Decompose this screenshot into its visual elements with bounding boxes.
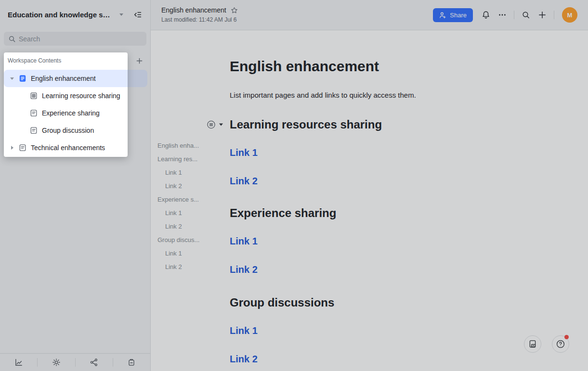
workspace-contents-label: Workspace Contents [8,57,61,64]
workspace-title[interactable]: Education and knowledge sh... [8,11,113,19]
sidebar-item-technical-enhancements[interactable]: Technical enhancements [4,139,147,156]
doc-link[interactable]: Link 1 [230,324,557,337]
more-actions-button[interactable] [494,7,510,23]
divider [554,11,554,19]
outline-item[interactable]: Link 1 [157,206,213,220]
sidebar-footer-toolbar [0,353,150,371]
search-box [4,32,146,46]
sidebar-item-group-discussion[interactable]: Group discussion [4,122,147,139]
sidebar-item-learning-resource-sharing[interactable]: Learning resource sharing [4,87,147,104]
heading-collapse-control[interactable] [207,120,223,129]
document-intro[interactable]: List important pages and add links to qu… [230,90,557,101]
plus-icon [136,57,143,64]
document-outline: English enha... Learning res... Link 1 L… [157,139,213,274]
section-heading-group-discussions[interactable]: Group discussions [230,295,557,310]
search-input[interactable] [4,32,146,46]
ellipsis-icon [498,11,507,19]
collapse-sidebar-icon [133,11,142,19]
doc-link[interactable]: Link 2 [230,263,557,276]
doc-icon [30,109,38,117]
search-doc-button[interactable] [518,7,534,23]
sidebar-item-label: Learning resource sharing [42,92,120,100]
workspace-header: Education and knowledge sh... [0,0,150,29]
topbar-doc-title: English enhancement [161,6,226,14]
notification-dot [564,335,569,339]
help-icon [556,339,565,349]
circle-list-icon [207,120,216,129]
trash-button[interactable] [113,354,150,371]
outline-item[interactable]: Experience s... [157,193,213,206]
chevron-down-icon[interactable] [119,13,123,16]
section-heading-experience-sharing[interactable]: Experience sharing [230,205,557,220]
document-content: English enhancement List important pages… [230,30,557,365]
search-icon [8,35,16,45]
doc-meta: English enhancement Last modified: 11:42… [161,6,238,23]
sidebar-item-label: English enhancement [31,75,96,82]
sidebar-item-label: Group discussion [42,127,94,134]
collapse-sidebar-button[interactable] [132,9,143,20]
doc-filled-icon [19,75,26,82]
chevron-right-icon[interactable] [11,146,13,150]
sidebar-item-experience-sharing[interactable]: Experience sharing [4,104,147,122]
bell-icon [482,11,490,19]
workspace-contents-header: Workspace Contents [0,54,150,67]
document-title[interactable]: English enhancement [230,57,557,76]
doc-comment-icon [528,340,537,348]
outline-item[interactable]: English enha... [157,139,213,153]
add-page-button[interactable] [134,56,144,65]
sidebar: Education and knowledge sh... Workspace … [0,0,151,371]
section-heading-text: Learning resources sharing [230,118,382,131]
notifications-button[interactable] [478,7,494,23]
section-heading-learning-resources[interactable]: Learning resources sharing [230,117,557,132]
gear-icon [52,358,61,367]
new-doc-button[interactable] [534,7,550,23]
doc-link[interactable]: Link 1 [230,146,557,159]
doc-icon [19,144,26,152]
sidebar-item-english-enhancement[interactable]: English enhancement [4,70,147,87]
avatar-initial: M [567,12,573,19]
chevron-down-icon [219,123,223,126]
trash-icon [127,358,136,367]
doc-link[interactable]: Link 2 [230,353,557,365]
chevron-down-icon[interactable] [10,77,14,80]
workspace-tree: English enhancement Learning resource sh… [4,70,147,156]
avatar[interactable]: M [562,7,577,23]
topbar-actions: Share M [433,0,588,30]
share-workspace-button[interactable] [76,354,113,371]
favorite-star-button[interactable] [231,7,238,14]
outline-item[interactable]: Group discus... [157,233,213,247]
search-icon [522,11,530,19]
outline-item[interactable]: Link 2 [157,260,213,274]
doc-link[interactable]: Link 1 [230,235,557,247]
outline-item[interactable]: Learning res... [157,153,213,166]
star-icon [231,7,238,14]
share-button-label: Share [450,12,467,19]
sidebar-item-label: Technical enhancements [31,144,105,152]
plus-icon [538,11,547,19]
doc-icon [30,127,38,134]
analytics-icon [14,358,23,367]
outline-item[interactable]: Link 1 [157,247,213,260]
sidebar-item-label: Experience sharing [42,109,100,117]
share-person-icon [439,12,446,19]
divider [514,11,514,19]
app-window: Education and knowledge sh... Workspace … [0,0,588,371]
share-nodes-icon [90,358,98,367]
doc-link[interactable]: Link 2 [230,175,557,187]
analytics-button[interactable] [0,354,37,371]
outline-item[interactable]: Link 2 [157,179,213,193]
share-button[interactable]: Share [433,8,473,22]
outline-item[interactable]: Link 2 [157,220,213,233]
settings-button[interactable] [38,354,75,371]
doc-feedback-button[interactable] [524,335,541,353]
topbar: English enhancement Last modified: 11:42… [151,0,588,30]
document-area: English enha... Learning res... Link 1 L… [151,30,588,371]
grid-doc-icon [30,92,38,100]
last-modified-text: Last modified: 11:42 AM Jul 6 [161,16,238,23]
outline-item[interactable]: Link 1 [157,166,213,179]
